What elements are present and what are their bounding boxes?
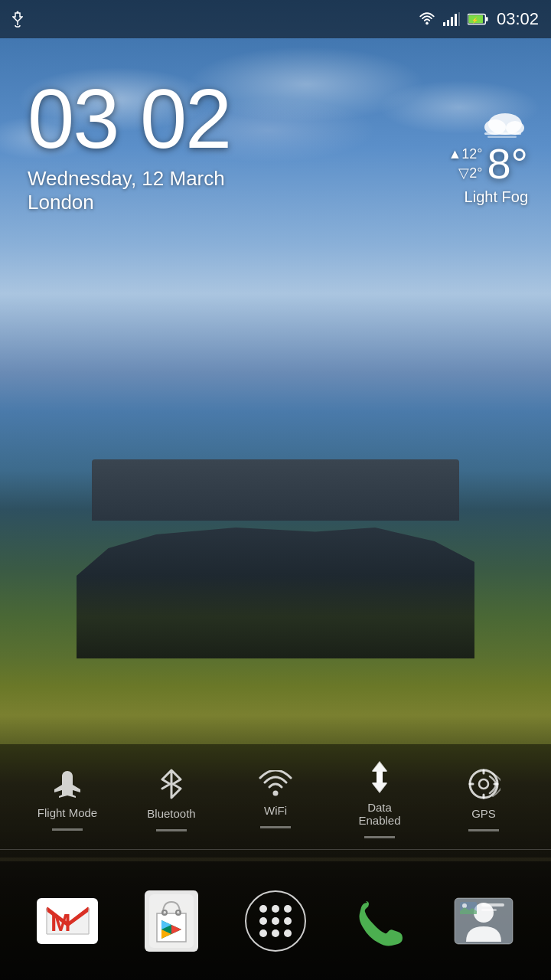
signal-icon: [443, 12, 460, 26]
qs-data-label: Data Enabled: [358, 801, 400, 827]
svg-rect-8: [486, 17, 488, 21]
weather-description: Light Fog: [448, 188, 528, 206]
quick-settings-row: Flight Mode Bluetooth WiFi: [0, 760, 551, 838]
status-wifi-icon: [419, 12, 435, 26]
dock-app-drawer[interactable]: [237, 883, 314, 959]
gmail-icon: M: [37, 898, 98, 944]
qs-flight-mode-label: Flight Mode: [37, 806, 97, 819]
qs-gps[interactable]: GPS: [445, 767, 522, 831]
qs-bluetooth[interactable]: Bluetooth: [133, 767, 210, 831]
svg-rect-15: [487, 136, 517, 139]
svg-rect-36: [481, 909, 497, 911]
dot-3: [284, 905, 292, 913]
battery-icon: ⚡: [468, 13, 489, 25]
dot-7: [259, 929, 267, 937]
svg-marker-17: [372, 761, 387, 777]
people-icon: [454, 897, 514, 945]
weather-temp-row: ▲12° ▽2° 8°: [448, 142, 528, 185]
playstore-icon: [145, 890, 198, 952]
dot-1: [259, 905, 267, 913]
dot-5: [272, 917, 279, 925]
svg-text:⚡: ⚡: [471, 17, 479, 24]
qs-flight-mode[interactable]: Flight Mode: [29, 768, 106, 831]
status-left: [12, 11, 23, 28]
qs-wifi[interactable]: WiFi: [237, 770, 314, 828]
qs-gps-indicator: [468, 829, 499, 831]
dot-8: [272, 929, 279, 937]
data-enabled-icon: [366, 760, 393, 795]
svg-rect-6: [458, 12, 460, 26]
svg-marker-18: [372, 777, 387, 793]
mesa: [77, 459, 474, 658]
flight-mode-icon: [51, 768, 83, 800]
dot-9: [284, 929, 292, 937]
app-drawer-button[interactable]: [245, 890, 306, 952]
qs-divider: [0, 849, 551, 850]
qs-wifi-icon: [259, 770, 292, 798]
clock-widget: 03 02 Wednesday, 12 March London: [28, 77, 230, 214]
clock-date: Wednesday, 12 March: [28, 167, 230, 191]
dock-people[interactable]: [445, 883, 522, 959]
qs-data-indicator: [364, 836, 395, 838]
weather-hilo: ▲12° ▽2°: [448, 145, 482, 183]
qs-bluetooth-indicator: [156, 829, 187, 831]
quick-settings: Flight Mode Bluetooth WiFi: [0, 744, 551, 858]
svg-rect-2: [443, 22, 445, 26]
svg-text:M: M: [51, 909, 71, 936]
svg-point-0: [17, 11, 19, 14]
dot-6: [284, 917, 292, 925]
clock-time: 03 02: [28, 77, 230, 161]
svg-rect-5: [455, 14, 457, 26]
weather-widget[interactable]: ▲12° ▽2° 8° Light Fog: [448, 107, 528, 206]
qs-flight-mode-indicator: [52, 828, 83, 831]
dock: M: [0, 861, 551, 980]
qs-wifi-indicator: [260, 826, 291, 828]
bluetooth-icon: [158, 767, 185, 801]
dock-phone[interactable]: [341, 883, 418, 959]
svg-point-16: [273, 790, 279, 795]
status-bar: ⚡ 03:02: [0, 0, 551, 38]
svg-rect-3: [447, 20, 449, 26]
svg-rect-14: [484, 132, 521, 135]
svg-rect-4: [451, 17, 453, 26]
phone-icon: [352, 893, 407, 949]
status-right: ⚡ 03:02: [419, 9, 539, 29]
svg-rect-35: [481, 903, 504, 906]
weather-icon-area: [448, 107, 528, 138]
weather-cloud-icon: [478, 107, 528, 138]
gps-icon: [467, 767, 500, 801]
dot-2: [272, 905, 279, 913]
clock-city: London: [28, 191, 230, 214]
status-time: 03:02: [497, 9, 539, 29]
usb-icon: [12, 11, 23, 28]
weather-current: 8°: [487, 142, 528, 185]
qs-wifi-label: WiFi: [264, 804, 287, 817]
qs-bluetooth-label: Bluetooth: [147, 807, 195, 820]
qs-data[interactable]: Data Enabled: [341, 760, 418, 838]
dock-gmail[interactable]: M: [29, 883, 106, 959]
dot-4: [259, 917, 267, 925]
dots-grid: [259, 905, 292, 937]
svg-point-1: [425, 22, 429, 25]
qs-gps-label: GPS: [471, 807, 496, 820]
svg-point-20: [479, 779, 488, 789]
dock-playstore[interactable]: [133, 883, 210, 959]
